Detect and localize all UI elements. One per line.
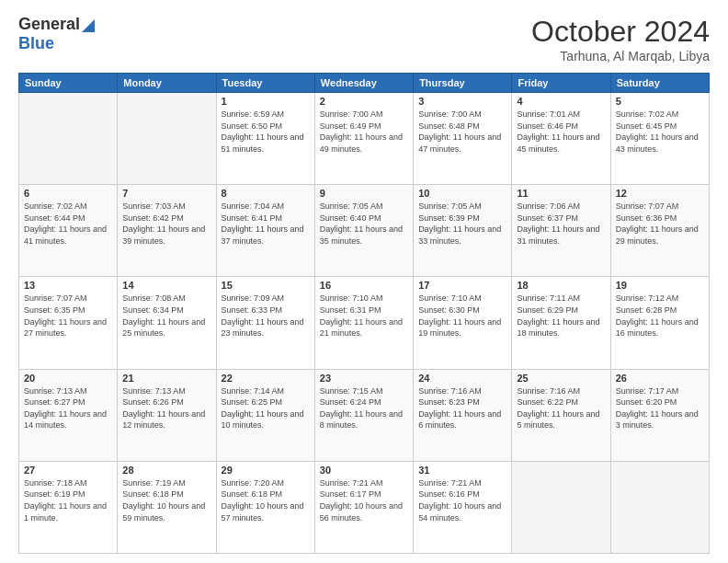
- header: General Blue October 2024 Tarhuna, Al Ma…: [18, 15, 710, 63]
- calendar-cell: 23Sunrise: 7:15 AMSunset: 6:24 PMDayligh…: [314, 369, 413, 461]
- day-info: Sunrise: 7:12 AMSunset: 6:28 PMDaylight:…: [616, 293, 699, 338]
- calendar-cell: 27Sunrise: 7:18 AMSunset: 6:19 PMDayligh…: [19, 461, 118, 553]
- day-of-week-header: Friday: [512, 74, 610, 93]
- calendar-cell: 24Sunrise: 7:16 AMSunset: 6:23 PMDayligh…: [414, 369, 512, 461]
- calendar-cell: 4Sunrise: 7:01 AMSunset: 6:46 PMDaylight…: [512, 93, 610, 185]
- calendar-cell: 15Sunrise: 7:09 AMSunset: 6:33 PMDayligh…: [216, 277, 314, 369]
- day-number: 16: [320, 280, 408, 291]
- calendar-table: SundayMondayTuesdayWednesdayThursdayFrid…: [18, 73, 710, 554]
- day-of-week-header: Saturday: [610, 74, 709, 93]
- day-info: Sunrise: 7:10 AMSunset: 6:31 PMDaylight:…: [320, 293, 403, 338]
- calendar-cell: 30Sunrise: 7:21 AMSunset: 6:17 PMDayligh…: [314, 461, 413, 553]
- calendar-cell: 19Sunrise: 7:12 AMSunset: 6:28 PMDayligh…: [610, 277, 709, 369]
- day-number: 6: [24, 188, 112, 199]
- calendar-cell: 26Sunrise: 7:17 AMSunset: 6:20 PMDayligh…: [610, 369, 709, 461]
- day-info: Sunrise: 7:01 AMSunset: 6:46 PMDaylight:…: [517, 109, 599, 154]
- day-number: 28: [122, 465, 210, 476]
- day-of-week-header: Wednesday: [314, 74, 413, 93]
- day-number: 3: [418, 96, 506, 107]
- day-number: 21: [122, 373, 210, 384]
- calendar-cell: 11Sunrise: 7:06 AMSunset: 6:37 PMDayligh…: [512, 185, 610, 277]
- calendar-cell: 13Sunrise: 7:07 AMSunset: 6:35 PMDayligh…: [19, 277, 118, 369]
- title-block: October 2024 Tarhuna, Al Marqab, Libya: [531, 15, 710, 63]
- day-info: Sunrise: 7:21 AMSunset: 6:16 PMDaylight:…: [418, 478, 501, 523]
- logo: General Blue: [18, 15, 95, 53]
- calendar-cell: 14Sunrise: 7:08 AMSunset: 6:34 PMDayligh…: [118, 277, 216, 369]
- day-number: 27: [24, 465, 112, 476]
- day-of-week-header: Sunday: [19, 74, 118, 93]
- calendar-cell: 29Sunrise: 7:20 AMSunset: 6:18 PMDayligh…: [216, 461, 314, 553]
- calendar-cell: 1Sunrise: 6:59 AMSunset: 6:50 PMDaylight…: [216, 93, 314, 185]
- logo-triangle-icon: [82, 19, 95, 32]
- day-of-week-header: Thursday: [414, 74, 512, 93]
- calendar-cell: 20Sunrise: 7:13 AMSunset: 6:27 PMDayligh…: [19, 369, 118, 461]
- calendar-cell: 28Sunrise: 7:19 AMSunset: 6:18 PMDayligh…: [118, 461, 216, 553]
- day-info: Sunrise: 6:59 AMSunset: 6:50 PMDaylight:…: [222, 109, 304, 154]
- day-info: Sunrise: 7:02 AMSunset: 6:45 PMDaylight:…: [616, 109, 699, 154]
- day-number: 11: [517, 188, 605, 199]
- day-number: 17: [418, 280, 506, 291]
- week-row: 6Sunrise: 7:02 AMSunset: 6:44 PMDaylight…: [19, 185, 710, 277]
- calendar-cell: [610, 461, 709, 553]
- day-info: Sunrise: 7:04 AMSunset: 6:41 PMDaylight:…: [222, 201, 304, 246]
- calendar-cell: 8Sunrise: 7:04 AMSunset: 6:41 PMDaylight…: [216, 185, 314, 277]
- calendar-cell: 16Sunrise: 7:10 AMSunset: 6:31 PMDayligh…: [314, 277, 413, 369]
- calendar-cell: 9Sunrise: 7:05 AMSunset: 6:40 PMDaylight…: [314, 185, 413, 277]
- day-info: Sunrise: 7:19 AMSunset: 6:18 PMDaylight:…: [122, 478, 205, 523]
- day-number: 9: [320, 188, 408, 199]
- calendar-cell: 25Sunrise: 7:16 AMSunset: 6:22 PMDayligh…: [512, 369, 610, 461]
- day-info: Sunrise: 7:18 AMSunset: 6:19 PMDaylight:…: [24, 478, 107, 523]
- svg-marker-0: [82, 19, 95, 32]
- calendar-cell: 21Sunrise: 7:13 AMSunset: 6:26 PMDayligh…: [118, 369, 216, 461]
- days-header-row: SundayMondayTuesdayWednesdayThursdayFrid…: [19, 74, 710, 93]
- day-info: Sunrise: 7:08 AMSunset: 6:34 PMDaylight:…: [122, 293, 205, 338]
- day-info: Sunrise: 7:16 AMSunset: 6:23 PMDaylight:…: [418, 386, 501, 431]
- day-number: 26: [616, 373, 704, 384]
- day-of-week-header: Tuesday: [216, 74, 314, 93]
- day-info: Sunrise: 7:09 AMSunset: 6:33 PMDaylight:…: [222, 293, 304, 338]
- logo-text: General Blue: [18, 15, 95, 53]
- day-info: Sunrise: 7:16 AMSunset: 6:22 PMDaylight:…: [517, 386, 599, 431]
- calendar-cell: 7Sunrise: 7:03 AMSunset: 6:42 PMDaylight…: [118, 185, 216, 277]
- logo-blue-row: Blue: [18, 34, 95, 53]
- calendar-cell: [118, 93, 216, 185]
- day-info: Sunrise: 7:15 AMSunset: 6:24 PMDaylight:…: [320, 386, 403, 431]
- day-info: Sunrise: 7:11 AMSunset: 6:29 PMDaylight:…: [517, 293, 599, 338]
- calendar-cell: 2Sunrise: 7:00 AMSunset: 6:49 PMDaylight…: [314, 93, 413, 185]
- calendar-cell: 31Sunrise: 7:21 AMSunset: 6:16 PMDayligh…: [414, 461, 512, 553]
- calendar-cell: 18Sunrise: 7:11 AMSunset: 6:29 PMDayligh…: [512, 277, 610, 369]
- logo-row: General: [18, 15, 95, 34]
- day-number: 24: [418, 373, 506, 384]
- day-number: 14: [122, 280, 210, 291]
- day-info: Sunrise: 7:13 AMSunset: 6:26 PMDaylight:…: [122, 386, 205, 431]
- day-info: Sunrise: 7:20 AMSunset: 6:18 PMDaylight:…: [222, 478, 304, 523]
- day-number: 10: [418, 188, 506, 199]
- day-info: Sunrise: 7:00 AMSunset: 6:49 PMDaylight:…: [320, 109, 403, 154]
- day-number: 30: [320, 465, 408, 476]
- page: General Blue October 2024 Tarhuna, Al Ma…: [0, 0, 728, 563]
- day-number: 23: [320, 373, 408, 384]
- calendar-cell: 6Sunrise: 7:02 AMSunset: 6:44 PMDaylight…: [19, 185, 118, 277]
- calendar-cell: 17Sunrise: 7:10 AMSunset: 6:30 PMDayligh…: [414, 277, 512, 369]
- day-info: Sunrise: 7:17 AMSunset: 6:20 PMDaylight:…: [616, 386, 699, 431]
- day-number: 12: [616, 188, 704, 199]
- calendar-cell: 12Sunrise: 7:07 AMSunset: 6:36 PMDayligh…: [610, 185, 709, 277]
- day-info: Sunrise: 7:07 AMSunset: 6:36 PMDaylight:…: [616, 201, 699, 246]
- day-number: 20: [24, 373, 112, 384]
- calendar-body: 1Sunrise: 6:59 AMSunset: 6:50 PMDaylight…: [19, 93, 710, 554]
- day-info: Sunrise: 7:07 AMSunset: 6:35 PMDaylight:…: [24, 293, 107, 338]
- calendar-cell: 22Sunrise: 7:14 AMSunset: 6:25 PMDayligh…: [216, 369, 314, 461]
- day-number: 8: [222, 188, 310, 199]
- day-number: 31: [418, 465, 506, 476]
- calendar-cell: [512, 461, 610, 553]
- day-number: 25: [517, 373, 605, 384]
- calendar-cell: [19, 93, 118, 185]
- day-number: 19: [616, 280, 704, 291]
- day-number: 22: [222, 373, 310, 384]
- logo-general: General: [18, 15, 80, 34]
- day-info: Sunrise: 7:06 AMSunset: 6:37 PMDaylight:…: [517, 201, 599, 246]
- day-info: Sunrise: 7:02 AMSunset: 6:44 PMDaylight:…: [24, 201, 107, 246]
- logo-blue: Blue: [18, 34, 54, 52]
- week-row: 27Sunrise: 7:18 AMSunset: 6:19 PMDayligh…: [19, 461, 710, 553]
- calendar-cell: 3Sunrise: 7:00 AMSunset: 6:48 PMDaylight…: [414, 93, 512, 185]
